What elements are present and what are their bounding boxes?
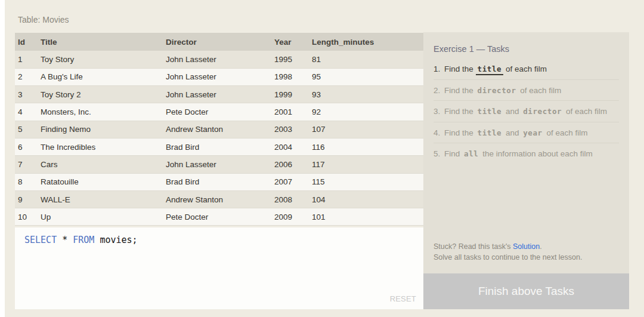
task-code-term: year [521,128,544,137]
movies-table: IdTitleDirectorYearLength_minutes 1Toy S… [15,33,423,226]
table-cell: 2001 [271,103,309,121]
table-row: 9WALL-EAndrew Stanton2008104 [15,190,423,208]
table-cell: 107 [309,121,423,138]
hint-text: Stuck? Read this task's Solution. Solve … [434,241,621,264]
left-page-margin [0,0,5,317]
table-row: 3Toy Story 2John Lasseter199993 [15,86,423,103]
task-description: Find the director of each film [444,85,619,97]
reset-button[interactable]: RESET [390,294,416,303]
task-item-active: 1.Find the title of each film [434,59,619,80]
task-description: Find the title of each film [444,63,619,75]
table-cell: Andrew Stanton [163,121,271,138]
task-code-term: title [476,64,504,75]
table-cell: 1 [15,51,38,68]
table-cell: 4 [15,103,38,121]
table-cell: Toy Story 2 [38,86,163,103]
table-row: 4Monsters, Inc.Pete Docter200192 [15,103,423,121]
task-code-term: director [476,86,518,95]
table-cell: Pete Docter [163,103,271,121]
table-cell: 115 [309,173,423,190]
table-cell: 3 [15,86,38,103]
table-cell: 93 [309,86,423,103]
table-cell: 7 [15,156,38,173]
table-row: 6The IncrediblesBrad Bird2004116 [15,138,423,155]
column-header: Title [38,33,163,51]
column-header: Year [271,33,309,51]
table-cell: 2006 [271,156,309,173]
table-cell: 9 [15,190,38,208]
task-code-term: title [476,128,504,137]
table-row: 5Finding NemoAndrew Stanton2003107 [15,121,423,138]
table-cell: 5 [15,121,38,138]
column-header: Director [163,33,271,51]
table-cell: 2 [15,68,38,85]
table-cell: Andrew Stanton [163,190,271,208]
table-cell: 95 [309,68,423,85]
task-code-term: title [476,107,504,116]
hint-line1-prefix: Stuck? Read this task's [434,242,513,251]
task-code-term: director [521,107,564,116]
tasks-panel: Exercise 1 — Tasks 1.Find the title of e… [423,32,629,309]
exercise-title: Exercise 1 — Tasks [434,44,509,54]
table-cell: The Incredibles [38,138,163,155]
task-list: 1.Find the title of each film2.Find the … [434,59,619,164]
task-description: Find the title and director of each film [444,106,619,118]
table-row: 7CarsJohn Lasseter2006117 [15,156,423,173]
task-number: 3. [434,106,444,118]
solution-link[interactable]: Solution [513,242,540,251]
task-item: 5.Find all the information about each fi… [434,143,619,164]
table-cell: Brad Bird [163,173,271,190]
table-cell: Monsters, Inc. [38,103,163,121]
table-row: 1Toy StoryJohn Lasseter199581 [15,51,423,68]
table-cell: John Lasseter [163,68,271,85]
table-cell: 104 [309,190,423,208]
table-cell: Finding Nemo [38,121,163,138]
finish-tasks-button[interactable]: Finish above Tasks [423,273,629,309]
table-cell: 117 [309,156,423,173]
sql-keyword: SELECT [24,235,57,245]
task-number: 2. [434,85,444,97]
table-cell: 92 [309,103,423,121]
table-cell: 1998 [271,68,309,85]
table-cell: 2007 [271,173,309,190]
column-header: Id [15,33,38,51]
table-cell: 116 [309,138,423,155]
task-number: 1. [434,63,444,75]
table-title: Table: Movies [18,15,69,24]
hint-line2: Solve all tasks to continue to the next … [434,253,582,261]
table-cell: 6 [15,138,38,155]
table-row: 10UpPete Docter2009101 [15,208,423,226]
table-cell: 2003 [271,121,309,138]
table-cell: 2004 [271,138,309,155]
task-item: 3.Find the title and director of each fi… [434,101,619,122]
table-cell: Cars [38,156,163,173]
table-cell: 81 [309,51,423,68]
sql-text: * [57,235,73,245]
sql-query-text[interactable]: SELECT * FROM movies; [15,227,423,246]
task-number: 5. [434,148,444,160]
table-cell: John Lasseter [163,51,271,68]
table-cell: 2009 [271,208,309,226]
table-cell: Ratatouille [38,173,163,190]
table-cell: 1995 [271,51,309,68]
table-row: 8RatatouilleBrad Bird2007115 [15,173,423,190]
task-item: 2.Find the director of each film [434,80,619,101]
table-cell: John Lasseter [163,156,271,173]
task-number: 4. [434,127,444,139]
table-cell: Up [38,208,163,226]
table-cell: WALL-E [38,190,163,208]
task-item: 4.Find the title and year of each film [434,122,619,144]
table-cell: 8 [15,173,38,190]
sql-text: movies; [94,235,137,245]
movies-table-body: 1Toy StoryJohn Lasseter1995812A Bug's Li… [15,51,423,226]
table-cell: Toy Story [38,51,163,68]
table-cell: Pete Docter [163,208,271,226]
table-cell: John Lasseter [163,86,271,103]
table-cell: 101 [309,208,423,226]
table-row: 2A Bug's LifeJohn Lasseter199895 [15,68,423,85]
column-header: Length_minutes [309,33,423,51]
sql-editor[interactable]: SELECT * FROM movies; RESET [15,227,423,309]
sql-keyword: FROM [73,235,94,245]
table-cell: A Bug's Life [38,68,163,85]
table-header-row: IdTitleDirectorYearLength_minutes [15,33,423,51]
